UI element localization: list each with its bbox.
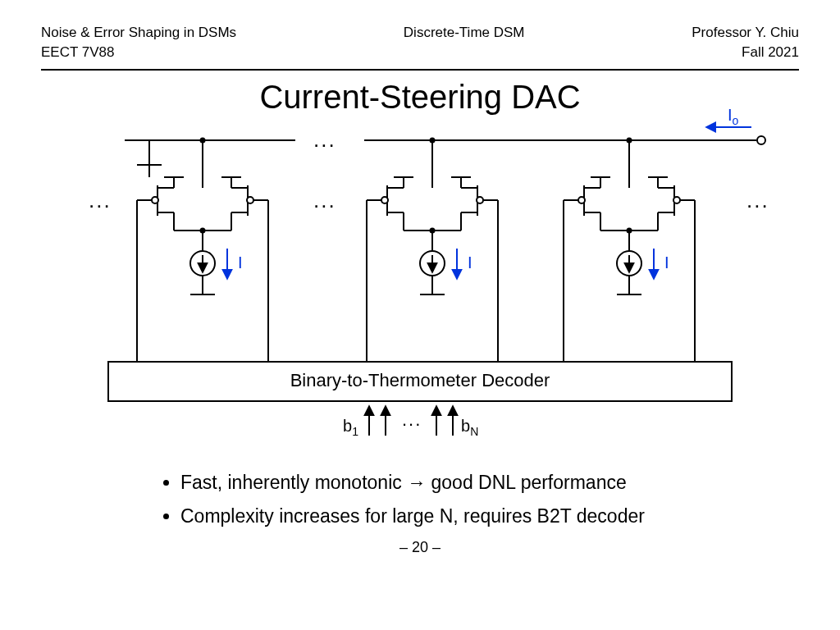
input-bn-label: bN bbox=[461, 417, 478, 438]
svg-point-16 bbox=[152, 197, 158, 203]
ellipsis-left: ... bbox=[89, 188, 112, 213]
header-subtopic: Discrete-Time DSM bbox=[404, 23, 525, 43]
output-current-label: Io bbox=[728, 106, 738, 127]
header-topic: Noise & Error Shaping in DSMs bbox=[41, 23, 236, 43]
svg-point-26 bbox=[247, 197, 253, 203]
svg-point-45 bbox=[381, 197, 388, 203]
svg-point-2 bbox=[757, 136, 765, 144]
cell-3 bbox=[564, 137, 695, 362]
bullet-item: Complexity increases for large N, requir… bbox=[180, 505, 840, 527]
slide-header: Noise & Error Shaping in DSMs EECT 7V88 … bbox=[0, 0, 840, 66]
header-course: EECT 7V88 bbox=[41, 43, 236, 62]
ellipsis-top: ... bbox=[313, 127, 336, 153]
bullet-list: Fast, inherently monotonic → good DNL pe… bbox=[148, 472, 840, 527]
svg-point-55 bbox=[477, 197, 483, 203]
ellipsis-right: ... bbox=[746, 188, 769, 213]
circuit-diagram: Io ... ... ... ... I I I Binary-to-Therm… bbox=[59, 116, 781, 460]
header-instructor: Professor Y. Chiu bbox=[692, 23, 799, 43]
header-term: Fall 2021 bbox=[692, 43, 799, 62]
page-number: – 20 – bbox=[0, 539, 840, 556]
header-divider bbox=[41, 69, 799, 71]
bullet-item: Fast, inherently monotonic → good DNL pe… bbox=[180, 472, 840, 494]
ellipsis-inputs: ... bbox=[402, 409, 422, 431]
cell-current-1: I bbox=[238, 253, 243, 272]
decoder-label: Binary-to-Thermometer Decoder bbox=[59, 370, 781, 391]
svg-point-83 bbox=[673, 197, 680, 203]
cell-1 bbox=[137, 137, 268, 362]
svg-point-73 bbox=[578, 197, 585, 203]
input-b1-label: b1 bbox=[343, 417, 358, 438]
slide-title: Current-Steering DAC bbox=[0, 79, 840, 116]
cell-current-2: I bbox=[468, 253, 472, 272]
ellipsis-mid: ... bbox=[313, 188, 336, 213]
cell-2 bbox=[367, 137, 498, 362]
cell-current-3: I bbox=[664, 253, 669, 272]
circuit-svg bbox=[59, 116, 781, 460]
